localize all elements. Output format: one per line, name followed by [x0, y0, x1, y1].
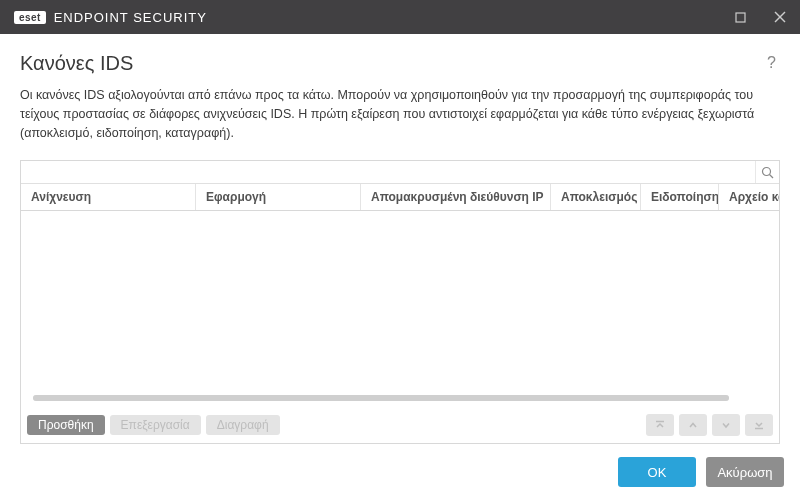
- content-area: Κανόνες IDS ? Οι κανόνες IDS αξιολογούντ…: [0, 34, 800, 444]
- window-close-button[interactable]: [760, 0, 800, 34]
- column-header-application[interactable]: Εφαρμογή: [196, 184, 361, 210]
- column-header-remote-ip[interactable]: Απομακρυσμένη διεύθυνση IP: [361, 184, 551, 210]
- move-bottom-button: [745, 414, 773, 436]
- brand-text: ENDPOINT SECURITY: [54, 10, 207, 25]
- rules-panel: Ανίχνευση Εφαρμογή Απομακρυσμένη διεύθυν…: [20, 160, 780, 444]
- list-toolbar: Προσθήκη Επεξεργασία Διαγραφή: [21, 407, 779, 443]
- titlebar: eset ENDPOINT SECURITY: [0, 0, 800, 34]
- window-maximize-button[interactable]: [720, 0, 760, 34]
- column-header-log[interactable]: Αρχείο κατα: [719, 184, 779, 210]
- column-header-notify[interactable]: Ειδοποίηση: [641, 184, 719, 210]
- column-header-block[interactable]: Αποκλεισμός: [551, 184, 641, 210]
- brand-badge: eset: [14, 11, 46, 24]
- move-up-button: [679, 414, 707, 436]
- ok-button[interactable]: OK: [618, 457, 696, 487]
- svg-point-3: [763, 167, 771, 175]
- table-header: Ανίχνευση Εφαρμογή Απομακρυσμένη διεύθυν…: [21, 184, 779, 211]
- move-top-button: [646, 414, 674, 436]
- help-icon[interactable]: ?: [763, 50, 780, 76]
- page-description: Οι κανόνες IDS αξιολογούνται από επάνω π…: [20, 86, 780, 142]
- dialog-footer: OK Ακύρωση: [0, 444, 800, 500]
- search-input[interactable]: [21, 161, 755, 183]
- page-title: Κανόνες IDS: [20, 52, 763, 75]
- svg-rect-0: [736, 13, 745, 22]
- add-button[interactable]: Προσθήκη: [27, 415, 105, 435]
- edit-button: Επεξεργασία: [110, 415, 201, 435]
- svg-line-4: [770, 174, 774, 178]
- column-header-detection[interactable]: Ανίχνευση: [21, 184, 196, 210]
- horizontal-scrollbar-thumb[interactable]: [33, 395, 729, 401]
- move-down-button: [712, 414, 740, 436]
- cancel-button[interactable]: Ακύρωση: [706, 457, 784, 487]
- table-body: [21, 211, 779, 407]
- search-icon[interactable]: [755, 161, 779, 183]
- delete-button: Διαγραφή: [206, 415, 280, 435]
- horizontal-scrollbar[interactable]: [33, 395, 729, 401]
